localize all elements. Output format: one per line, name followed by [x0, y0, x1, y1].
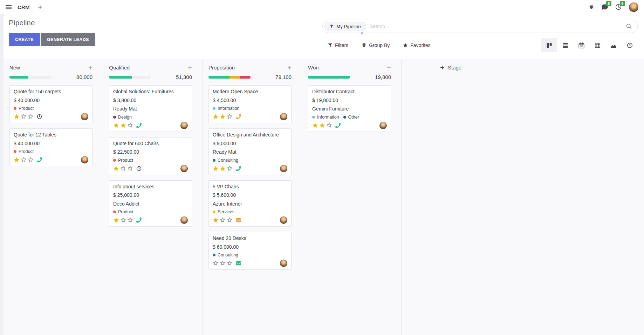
- kanban-card[interactable]: Need 20 Desks$ 60,000.00Consulting: [208, 232, 292, 270]
- column-add-record-button[interactable]: [88, 66, 93, 70]
- priority-star-icon[interactable]: [213, 114, 219, 120]
- priority-star-icon[interactable]: [213, 260, 219, 266]
- group-by-menu-button[interactable]: Group By: [362, 42, 390, 48]
- phone-activity-icon[interactable]: [136, 123, 142, 128]
- kanban-card[interactable]: Info about services$ 25,000.00Deco Addic…: [109, 180, 192, 227]
- view-switch-calendar-button[interactable]: [573, 38, 589, 52]
- kanban-card[interactable]: Global Solutions: Furnitures$ 3,800.00Re…: [109, 85, 192, 132]
- progress-segment[interactable]: [28, 76, 52, 79]
- kanban-card[interactable]: 5 VP Chairs$ 5,600.00Azure InteriorServi…: [208, 180, 292, 227]
- search-facet-my-pipeline[interactable]: My Pipeline: [324, 22, 366, 31]
- view-switch-kanban-button[interactable]: [541, 38, 557, 52]
- priority-star-icon[interactable]: [21, 157, 27, 163]
- column-add-record-button[interactable]: [387, 66, 391, 70]
- app-name[interactable]: CRM: [18, 4, 30, 10]
- phone-activity-icon[interactable]: [236, 166, 241, 171]
- kanban-card[interactable]: Modern Open Space$ 4,500.00Information: [208, 85, 292, 123]
- salesperson-avatar[interactable]: [280, 216, 287, 224]
- priority-star-icon[interactable]: [120, 217, 126, 223]
- salesperson-avatar[interactable]: [180, 216, 188, 224]
- facet-remove-button[interactable]: ×: [361, 31, 363, 36]
- kanban-card[interactable]: Quote for 600 Chairs$ 22,500.00Product: [109, 137, 192, 175]
- add-stage-button[interactable]: Stage: [440, 65, 461, 71]
- progress-segment[interactable]: [132, 76, 151, 79]
- view-switch-activity-button[interactable]: [622, 38, 638, 52]
- kanban-card[interactable]: Office Design and Architecture$ 9,000.00…: [208, 128, 292, 175]
- progress-segment[interactable]: [208, 76, 229, 79]
- favorites-menu-button[interactable]: Favorites: [403, 42, 431, 48]
- priority-star-icon[interactable]: [127, 122, 133, 128]
- priority-star-icon[interactable]: [227, 260, 233, 266]
- priority-star-icon[interactable]: [227, 114, 233, 120]
- progress-segment[interactable]: [109, 76, 132, 79]
- salesperson-avatar[interactable]: [180, 165, 188, 172]
- priority-star-icon[interactable]: [326, 122, 332, 128]
- salesperson-avatar[interactable]: [180, 122, 188, 129]
- priority-star-icon[interactable]: [21, 114, 27, 120]
- priority-star-icon[interactable]: [127, 166, 133, 172]
- search-input[interactable]: [366, 24, 626, 29]
- clock-activity-icon[interactable]: [136, 166, 142, 171]
- priority-star-icon[interactable]: [319, 122, 325, 128]
- priority-star-icon[interactable]: [220, 260, 226, 266]
- priority-star-icon[interactable]: [28, 157, 34, 163]
- messages-menu-button[interactable]: 5: [602, 4, 608, 10]
- priority-star-icon[interactable]: [312, 122, 318, 128]
- kanban-card[interactable]: Distributor Contract$ 19,800.00Gemini Fu…: [308, 85, 391, 132]
- priority-star-icon[interactable]: [120, 166, 126, 172]
- priority-star-icon[interactable]: [28, 114, 34, 120]
- column-progressbar[interactable]: [308, 76, 350, 79]
- create-button[interactable]: CREATE: [9, 33, 40, 46]
- phone-activity-icon[interactable]: [236, 114, 241, 119]
- salesperson-avatar[interactable]: [280, 165, 287, 172]
- phone-activity-icon[interactable]: [37, 157, 42, 162]
- priority-star-icon[interactable]: [120, 122, 126, 128]
- kanban-card[interactable]: Quote for 12 Tables$ 40,000.00Product: [9, 128, 93, 166]
- priority-star-icon[interactable]: [213, 217, 219, 223]
- priority-star-icon[interactable]: [220, 217, 226, 223]
- envelope-activity-icon[interactable]: [236, 217, 241, 223]
- column-progressbar[interactable]: [208, 76, 251, 79]
- priority-star-icon[interactable]: [113, 122, 119, 128]
- progress-segment[interactable]: [308, 76, 350, 79]
- filters-menu-button[interactable]: Filters: [328, 42, 348, 48]
- view-switch-pivot-button[interactable]: [589, 38, 605, 52]
- debug-mode-button[interactable]: [589, 4, 594, 10]
- priority-star-icon[interactable]: [113, 217, 119, 223]
- apps-menu-button[interactable]: [6, 4, 12, 10]
- priority-star-icon[interactable]: [220, 114, 226, 120]
- priority-star-icon[interactable]: [220, 166, 226, 172]
- priority-star-icon[interactable]: [213, 166, 219, 172]
- priority-star-icon[interactable]: [14, 114, 20, 120]
- generate-leads-button[interactable]: GENERATE LEADS: [41, 33, 95, 46]
- search-icon[interactable]: [626, 24, 632, 29]
- salesperson-avatar[interactable]: [280, 113, 287, 120]
- progress-segment[interactable]: [9, 76, 28, 79]
- view-switch-list-button[interactable]: [557, 38, 573, 52]
- priority-star-icon[interactable]: [127, 217, 133, 223]
- user-avatar[interactable]: [629, 2, 638, 12]
- envelope-activity-icon[interactable]: [236, 261, 241, 266]
- column-add-record-button[interactable]: [287, 66, 292, 70]
- search-bar[interactable]: My Pipeline ×: [322, 20, 638, 33]
- view-switch-graph-button[interactable]: [605, 38, 622, 52]
- priority-star-icon[interactable]: [227, 217, 233, 223]
- clock-activity-icon[interactable]: [37, 114, 42, 119]
- priority-star-icon[interactable]: [227, 166, 233, 172]
- column-add-record-button[interactable]: [188, 66, 192, 70]
- new-tab-button[interactable]: [38, 5, 42, 9]
- phone-activity-icon[interactable]: [136, 217, 142, 223]
- phone-activity-icon[interactable]: [335, 123, 341, 128]
- progress-segment[interactable]: [229, 76, 240, 79]
- progress-segment[interactable]: [240, 76, 251, 79]
- salesperson-avatar[interactable]: [81, 113, 88, 120]
- kanban-card[interactable]: Quote for 150 carpets$ 40,000.00Product: [9, 85, 93, 123]
- salesperson-avatar[interactable]: [81, 156, 88, 163]
- priority-star-icon[interactable]: [113, 166, 119, 172]
- column-progressbar[interactable]: [9, 76, 52, 79]
- priority-star-icon[interactable]: [14, 157, 20, 163]
- salesperson-avatar[interactable]: [379, 122, 387, 129]
- salesperson-avatar[interactable]: [280, 260, 287, 267]
- activities-menu-button[interactable]: 6: [615, 4, 622, 10]
- column-progressbar[interactable]: [109, 76, 151, 79]
